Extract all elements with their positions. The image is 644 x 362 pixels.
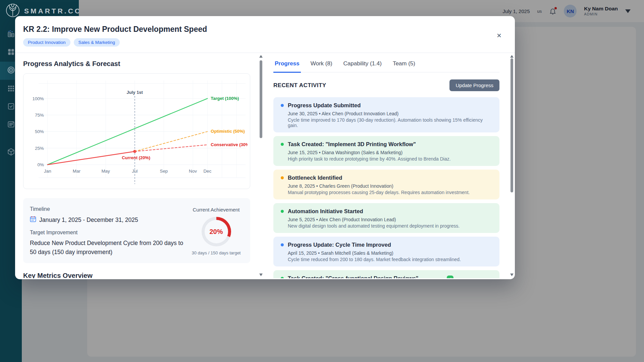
activity-item-desc: Cycle time improved to 170 days (30-day … [288,117,493,128]
tasks-icon [7,102,15,112]
svg-text:Nov: Nov [189,169,197,174]
activity-item-title: Task Created: "Implement 3D Printing Wor… [288,141,416,147]
activity-item: Task Created: "Cross-functional Design R… [273,270,499,278]
tab-bar: ProgressWork (8)Capability (1.4)Team (5) [273,60,499,72]
timeline-range: January 1, 2025 - December 31, 2025 [39,217,138,224]
activity-item-meta: April 15, 2025 • Sarah Mitchell (Sales &… [288,250,493,256]
target-improvement-text: Reduce New Product Development Cycle fro… [30,239,191,257]
tag-pill: Sales & Marketing [74,38,120,47]
activity-item-title: Task Created: "Cross-functional Design R… [288,275,418,278]
check-badge-icon: ✓ [447,276,453,278]
status-dot-icon [281,277,284,278]
scroll-down-arrow-icon[interactable] [510,274,514,276]
kr-detail-modal: KR 2.2: Improve New Product Development … [15,16,515,279]
svg-text:Mar: Mar [73,169,81,174]
achievement-label: Current Achievement [191,207,241,213]
analytics-panel: Progress Analytics & Forecast 0%25%50%75… [15,53,259,278]
activity-item-meta: June 30, 2025 • Alex Chen (Product Innov… [288,111,493,116]
svg-text:Dec: Dec [203,169,211,174]
modal-header: KR 2.2: Improve New Product Development … [15,16,515,53]
activity-item: Automation Initiative StartedJune 5, 202… [273,203,499,233]
modal-title: KR 2.2: Improve New Product Development … [23,25,505,34]
activity-item-desc: New digital design tools and automated t… [288,223,493,229]
achievement-column: Current Achievement 20% 30 days / 150 da… [191,206,241,263]
achievement-percent: 20% [202,217,231,246]
tag-row: Product InnovationSales & Marketing [23,38,505,47]
target-improvement-label: Target Improvement [30,230,191,236]
svg-text:100%: 100% [32,96,44,101]
svg-text:May: May [101,169,110,174]
tab-progress[interactable]: Progress [273,60,301,73]
svg-text:Optimistic (50%): Optimistic (50%) [211,129,245,134]
achievement-caption: 30 days / 150 days target [191,250,241,255]
svg-text:0%: 0% [37,162,44,167]
activity-item: Progress Update SubmittedJune 30, 2025 •… [273,97,499,132]
close-icon[interactable]: × [497,32,501,40]
scroll-up-arrow-icon[interactable] [259,55,263,58]
svg-text:75%: 75% [35,113,44,118]
organization-icon [7,29,15,40]
activity-panel: ProgressWork (8)Capability (1.4)Team (5)… [264,53,509,278]
svg-text:Current (20%): Current (20%) [122,155,150,160]
activity-item: Progress Update: Cycle Time ImprovedApri… [273,237,499,266]
calendar-icon [30,216,36,224]
left-panel-scrollbar[interactable] [259,54,263,277]
tab-team-5[interactable]: Team (5) [391,60,417,72]
recent-activity-title: RECENT ACTIVITY [273,82,326,89]
activity-item-desc: Cycle time reduced from 200 to 180 days.… [288,257,493,262]
scrollbar-thumb[interactable] [260,60,262,138]
status-dot-icon [281,104,284,107]
goals-icon [7,66,15,76]
status-dot-icon [281,210,284,213]
scroll-down-arrow-icon[interactable] [259,274,263,276]
svg-text:July 1st: July 1st [127,90,143,95]
activity-item-title: Progress Update Submitted [288,102,361,109]
status-dot-icon [281,243,284,246]
key-metrics-title: Key Metrics Overview [23,272,259,278]
activity-item-meta: June 5, 2025 • Alex Chen (Product Innova… [288,217,493,222]
tab-capability-1-4[interactable]: Capability (1.4) [342,60,383,72]
timeline-label: Timeline [30,206,191,212]
dashboard-icon [7,48,15,58]
activity-item-title: Bottleneck Identified [288,175,342,181]
forecast-chart: 0%25%50%75%100%JanMarMayJulSepNovDecJuly… [23,73,250,189]
activity-item-title: Progress Update: Cycle Time Improved [288,242,391,248]
tab-work-8[interactable]: Work (8) [309,60,334,72]
activity-item-desc: High priority task to reduce prototyping… [288,156,493,162]
scroll-up-arrow-icon[interactable] [510,55,514,58]
svg-text:Conservative (30%): Conservative (30%) [211,142,248,147]
activity-item: Bottleneck IdentifiedJune 8, 2025 • Char… [273,170,499,199]
brand-name: SMARTR.CO [24,7,82,15]
status-dot-icon [281,143,284,146]
analytics-title: Progress Analytics & Forecast [23,60,259,68]
notes-icon [7,120,15,130]
timeline-column: Timeline January 1, 2025 - December 31, … [30,206,191,263]
activity-item-meta: June 15, 2025 • Diana Washington (Sales … [288,150,493,155]
svg-text:Sep: Sep [160,169,168,174]
svg-text:25%: 25% [35,146,44,151]
activity-list: Progress Update SubmittedJune 30, 2025 •… [273,97,499,278]
right-panel-scrollbar[interactable] [509,54,514,277]
package-icon [7,147,15,158]
modal-body: Progress Analytics & Forecast 0%25%50%75… [15,53,515,278]
apps-icon [7,84,15,94]
svg-text:Target (100%): Target (100%) [211,96,239,101]
status-dot-icon [281,176,284,179]
activity-item: Task Created: "Implement 3D Printing Wor… [273,136,499,166]
timeline-card: Timeline January 1, 2025 - December 31, … [23,198,250,263]
activity-item-title: Automation Initiative Started [288,208,363,215]
svg-text:50%: 50% [35,129,44,134]
tag-pill: Product Innovation [23,38,70,47]
activity-item-desc: Manual prototyping processes causing 25-… [288,190,493,195]
svg-text:Jan: Jan [44,169,51,174]
activity-item-meta: June 8, 2025 • Charles Green (Product In… [288,183,493,189]
achievement-donut: 20% [202,217,231,246]
update-progress-button[interactable]: Update Progress [449,79,499,91]
scrollbar-thumb[interactable] [511,58,513,192]
